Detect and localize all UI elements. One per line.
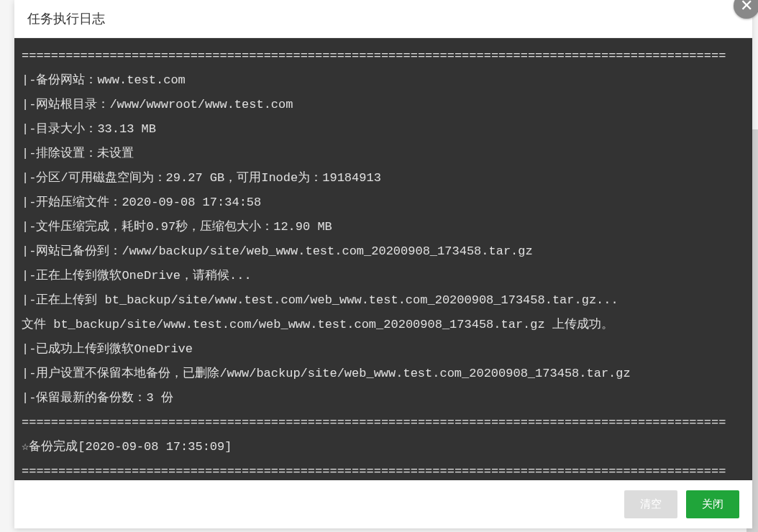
log-line: |-文件压缩完成，耗时0.97秒，压缩包大小：12.90 MB [22, 215, 745, 239]
log-line: |-已成功上传到微软OneDrive [22, 337, 745, 362]
log-line: ========================================… [22, 411, 745, 435]
log-line: |-备份网站：www.test.com [22, 68, 745, 93]
close-button[interactable]: 关闭 [686, 490, 739, 518]
modal-title: 任务执行日志 [27, 12, 105, 26]
log-line: |-目录大小：33.13 MB [22, 117, 745, 142]
log-output[interactable]: ========================================… [14, 38, 752, 480]
log-line: |-保留最新的备份数：3 份 [22, 386, 745, 411]
close-icon-glyph: ✕ [740, 0, 753, 15]
log-line: ☆备份完成[2020-09-08 17:35:09] [22, 435, 745, 459]
modal-footer: 清空 关闭 [14, 480, 752, 528]
log-line: |-开始压缩文件：2020-09-08 17:34:58 [22, 191, 745, 215]
task-log-modal: ✕ 任务执行日志 ===============================… [14, 0, 752, 528]
log-line: |-正在上传到 bt_backup/site/www.test.com/web_… [22, 288, 745, 313]
log-line: ========================================… [22, 44, 745, 68]
log-line: |-用户设置不保留本地备份，已删除/www/backup/site/web_ww… [22, 362, 745, 386]
modal-header: 任务执行日志 [14, 0, 752, 38]
clear-button[interactable]: 清空 [624, 490, 677, 518]
log-line: ========================================… [22, 459, 745, 480]
log-line: |-排除设置：未设置 [22, 142, 745, 166]
log-line: |-网站已备份到：/www/backup/site/web_www.test.c… [22, 239, 745, 264]
log-line: |-分区/可用磁盘空间为：29.27 GB，可用Inode为：19184913 [22, 166, 745, 191]
log-line: |-正在上传到微软OneDrive，请稍候... [22, 264, 745, 288]
log-line: |-网站根目录：/www/wwwroot/www.test.com [22, 93, 745, 117]
log-line: 文件 bt_backup/site/www.test.com/web_www.t… [22, 313, 745, 337]
